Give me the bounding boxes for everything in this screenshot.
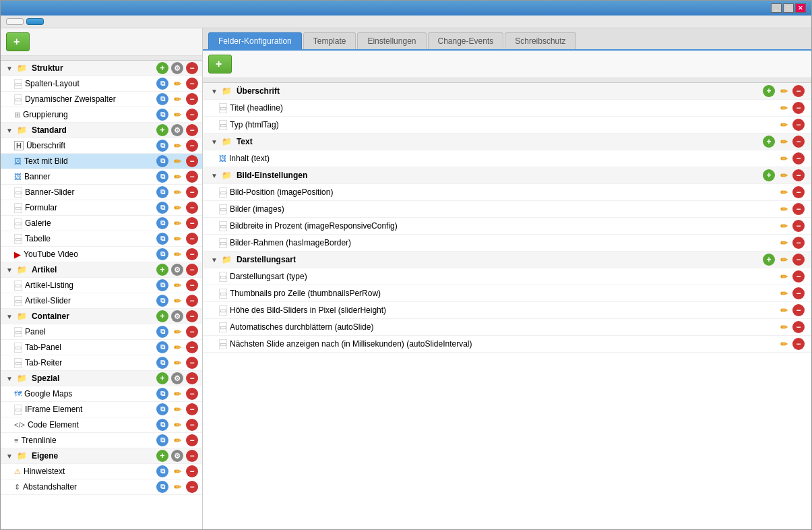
edit-btn[interactable]: ✏ bbox=[171, 186, 183, 198]
copy-btn[interactable]: ⧉ bbox=[156, 388, 168, 400]
copy-btn[interactable]: ⧉ bbox=[156, 109, 168, 121]
maximize-button[interactable]: □ bbox=[783, 3, 794, 13]
gear-icon[interactable]: ⚙ bbox=[171, 450, 183, 462]
copy-btn[interactable]: ⧉ bbox=[156, 186, 168, 198]
right-field-delete[interactable]: − bbox=[792, 119, 805, 131]
edit-btn[interactable]: ✏ bbox=[171, 248, 183, 260]
copy-btn[interactable]: ⧉ bbox=[156, 217, 168, 229]
edit-btn[interactable]: ✏ bbox=[171, 155, 183, 167]
right-field[interactable]: ▭ Nächsten Slide anzeigen nach (in Milli… bbox=[203, 336, 811, 353]
edit-btn[interactable]: ✏ bbox=[171, 465, 183, 477]
group-add-icon[interactable]: + bbox=[156, 310, 168, 322]
edit-btn[interactable]: ✏ bbox=[171, 481, 183, 493]
tree-item[interactable]: </> Code Element ⧉ ✏ − bbox=[1, 417, 202, 433]
right-field-delete[interactable]: − bbox=[792, 102, 805, 114]
right-field[interactable]: ▭ Bild-Position (imagePosition) ✏ − bbox=[203, 184, 811, 201]
right-field-delete[interactable]: − bbox=[792, 220, 805, 232]
copy-btn[interactable]: ⧉ bbox=[156, 403, 168, 415]
group-add-icon[interactable]: + bbox=[156, 450, 168, 462]
copy-btn[interactable]: ⧉ bbox=[156, 78, 168, 90]
minimize-button[interactable]: _ bbox=[771, 3, 782, 13]
edit-btn[interactable]: ✏ bbox=[171, 140, 183, 152]
copy-btn[interactable]: ⧉ bbox=[156, 93, 168, 105]
right-field[interactable]: ▭ Bilder-Rahmen (hasImageBorder) ✏ − bbox=[203, 235, 811, 252]
add-field-button[interactable]: + bbox=[208, 55, 232, 73]
tree-item[interactable]: H Überschrift ⧉ ✏ − bbox=[1, 138, 202, 154]
tree-item[interactable]: ▭ Tabelle ⧉ ✏ − bbox=[1, 231, 202, 247]
delete-btn[interactable]: − bbox=[186, 109, 198, 121]
right-field[interactable]: ▭ Thumbnails pro Zeile (thumbnailsPerRow… bbox=[203, 285, 811, 302]
copy-btn[interactable]: ⧉ bbox=[156, 326, 168, 338]
right-field[interactable]: ▭ Titel (headline) ✏ − bbox=[203, 100, 811, 117]
tree-item[interactable]: ▭ Panel ⧉ ✏ − bbox=[1, 324, 202, 340]
tree-item[interactable]: ⚠ Hinweistext ⧉ ✏ − bbox=[1, 464, 202, 479]
right-field-edit[interactable]: ✏ bbox=[778, 220, 790, 232]
delete-btn[interactable]: − bbox=[186, 248, 198, 260]
copy-btn[interactable]: ⧉ bbox=[156, 357, 168, 369]
tree-item[interactable]: ⊞ Gruppierung ⧉ ✏ − bbox=[1, 107, 202, 123]
gear-icon[interactable]: ⚙ bbox=[171, 264, 183, 276]
delete-btn[interactable]: − bbox=[186, 403, 198, 415]
right-field-edit[interactable]: ✏ bbox=[778, 338, 790, 350]
copy-btn[interactable]: ⧉ bbox=[156, 465, 168, 477]
delete-btn[interactable]: − bbox=[186, 434, 198, 446]
tree-item[interactable]: ▶ YouTube Video ⧉ ✏ − bbox=[1, 247, 202, 262]
delete-btn[interactable]: − bbox=[186, 465, 198, 477]
group-delete-icon[interactable]: − bbox=[186, 264, 198, 276]
nav-inhalte[interactable] bbox=[6, 18, 24, 25]
right-edit-btn[interactable]: ✏ bbox=[778, 136, 790, 148]
right-field-delete[interactable]: − bbox=[792, 338, 805, 350]
copy-btn[interactable]: ⧉ bbox=[156, 295, 168, 307]
delete-btn[interactable]: − bbox=[186, 357, 198, 369]
right-field-delete[interactable]: − bbox=[792, 270, 805, 283]
copy-btn[interactable]: ⧉ bbox=[156, 171, 168, 183]
tree-item[interactable]: ▭ Galerie ⧉ ✏ − bbox=[1, 216, 202, 231]
copy-btn[interactable]: ⧉ bbox=[156, 341, 168, 353]
delete-btn[interactable]: − bbox=[186, 140, 198, 152]
right-delete-btn[interactable]: − bbox=[792, 254, 805, 266]
delete-btn[interactable]: − bbox=[186, 93, 198, 105]
right-field[interactable]: ▭ Darstellungsart (type) ✏ − bbox=[203, 268, 811, 285]
edit-btn[interactable]: ✏ bbox=[171, 202, 183, 214]
right-add-btn[interactable]: + bbox=[763, 169, 775, 181]
right-edit-btn[interactable]: ✏ bbox=[778, 85, 790, 97]
gear-icon[interactable]: ⚙ bbox=[171, 124, 183, 136]
copy-btn[interactable]: ⧉ bbox=[156, 140, 168, 152]
delete-btn[interactable]: − bbox=[186, 341, 198, 353]
edit-btn[interactable]: ✏ bbox=[171, 78, 183, 90]
delete-btn[interactable]: − bbox=[186, 388, 198, 400]
tree-item[interactable]: ▭ IFrame Element ⧉ ✏ − bbox=[1, 402, 202, 417]
close-button[interactable]: ✕ bbox=[795, 3, 806, 13]
tree-item[interactable]: ▭ Tab-Panel ⧉ ✏ − bbox=[1, 340, 202, 355]
right-field-edit[interactable]: ✏ bbox=[778, 203, 790, 215]
edit-btn[interactable]: ✏ bbox=[171, 109, 183, 121]
right-field-delete[interactable]: − bbox=[792, 203, 805, 215]
edit-btn[interactable]: ✏ bbox=[171, 434, 183, 446]
right-field[interactable]: ▭ Automatisches durchblättern (autoSlide… bbox=[203, 319, 811, 336]
right-field-delete[interactable]: − bbox=[792, 186, 805, 198]
right-field-delete[interactable]: − bbox=[792, 287, 805, 299]
delete-btn[interactable]: − bbox=[186, 202, 198, 214]
tree-item[interactable]: 🖼 Text mit Bild ⧉ ✏ − bbox=[1, 154, 202, 169]
edit-btn[interactable]: ✏ bbox=[171, 233, 183, 245]
tree-item[interactable]: ▭ Tab-Reiter ⧉ ✏ − bbox=[1, 355, 202, 371]
edit-btn[interactable]: ✏ bbox=[171, 341, 183, 353]
tab-einstellungen[interactable]: Einstellungen bbox=[357, 32, 426, 49]
right-field[interactable]: ▭ Höhe des Bild-Sliders in Pixel (slider… bbox=[203, 302, 811, 319]
right-delete-btn[interactable]: − bbox=[792, 169, 805, 181]
delete-btn[interactable]: − bbox=[186, 171, 198, 183]
right-field-delete[interactable]: − bbox=[792, 152, 805, 165]
tab-schreibschutz[interactable]: Schreibschutz bbox=[505, 32, 575, 49]
right-field[interactable]: ▭ Bildbreite in Prozent (imageResponsive… bbox=[203, 218, 811, 235]
nav-editor[interactable] bbox=[26, 18, 44, 25]
group-delete-icon[interactable]: − bbox=[186, 450, 198, 462]
group-delete-icon[interactable]: − bbox=[186, 62, 198, 74]
right-field-edit[interactable]: ✏ bbox=[778, 270, 790, 283]
right-field-delete[interactable]: − bbox=[792, 321, 805, 333]
tree-item[interactable]: ▭ Spalten-Layout ⧉ ✏ − bbox=[1, 76, 202, 92]
edit-btn[interactable]: ✏ bbox=[171, 326, 183, 338]
copy-btn[interactable]: ⧉ bbox=[156, 481, 168, 493]
tree-item[interactable]: ▭ Banner-Slider ⧉ ✏ − bbox=[1, 185, 202, 200]
right-field-edit[interactable]: ✏ bbox=[778, 186, 790, 198]
edit-btn[interactable]: ✏ bbox=[171, 388, 183, 400]
